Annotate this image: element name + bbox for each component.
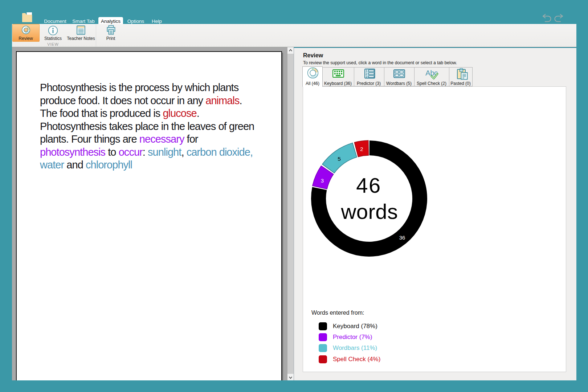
svg-text:3: 3 (321, 177, 324, 184)
svg-text:5: 5 (338, 156, 341, 162)
svg-text:36: 36 (399, 234, 405, 241)
svg-text:2: 2 (360, 146, 363, 152)
svg-text:3: 3 (366, 75, 367, 78)
